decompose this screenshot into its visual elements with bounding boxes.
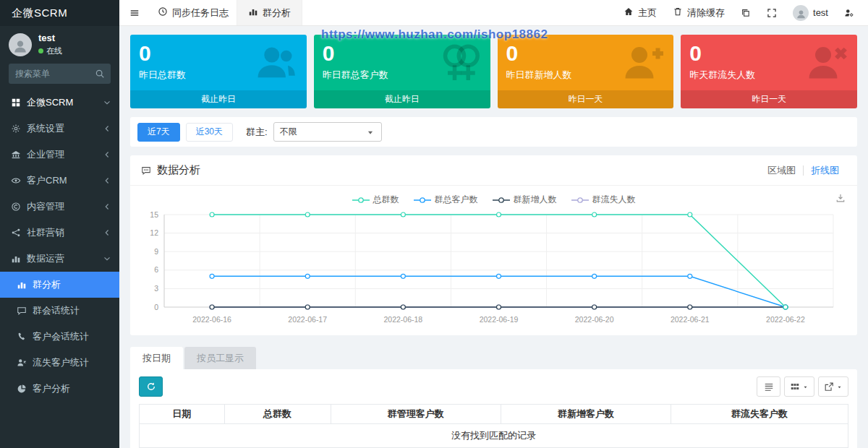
online-dot-icon — [38, 48, 43, 53]
sidebar-item-8[interactable]: 群会话统计 — [0, 298, 119, 324]
sidebar-item-label: 客户CRM — [27, 174, 96, 187]
home-label: 主页 — [638, 7, 657, 20]
home-link[interactable]: 主页 — [616, 0, 665, 25]
search-input[interactable] — [9, 64, 89, 84]
sidebar-item-label: 社群营销 — [27, 226, 96, 239]
stat-card-3: 0昨天群流失人数昨日一天 — [681, 35, 857, 108]
sync-log-label: 同步任务日志 — [172, 7, 229, 20]
stat-footer: 昨日一天 — [498, 90, 674, 108]
app-root: 企微SCRM test 在线 企微SCRM系统设置企业管理客户CRM内容管理社群… — [0, 0, 868, 448]
line-chart-canvas: 036912152022-06-162022-06-172022-06-1820… — [141, 207, 846, 329]
chart-mode-switch: 区域图 折线图 — [760, 164, 846, 177]
stat-footer: 昨日一天 — [681, 90, 857, 108]
stat-footer: 截止昨日 — [314, 90, 490, 108]
legend-label: 总群数 — [373, 194, 399, 206]
trash-icon — [673, 7, 683, 19]
sidebar-item-label: 群分析 — [33, 278, 112, 291]
range-30d-button[interactable]: 近30天 — [186, 123, 233, 142]
copyright-icon — [10, 202, 21, 212]
analysis-panel-header: 数据分析 区域图 折线图 — [130, 155, 857, 186]
chevron-left-icon — [102, 202, 112, 212]
analysis-panel: 数据分析 区域图 折线图 总群数群总客户数群新增人数群流失人数 03691215… — [130, 155, 857, 335]
chevron-left-icon — [102, 176, 112, 186]
svg-text:2022-06-17: 2022-06-17 — [288, 315, 327, 324]
svg-text:9: 9 — [154, 247, 158, 256]
tab-by-staff[interactable]: 按员工显示 — [184, 347, 256, 369]
comment-icon — [16, 306, 27, 316]
sidebar-item-1[interactable]: 系统设置 — [0, 116, 119, 142]
sidebar-item-0[interactable]: 企微SCRM — [0, 90, 119, 116]
svg-text:2022-06-20: 2022-06-20 — [575, 315, 614, 324]
legend-item-1[interactable]: 群总客户数 — [414, 194, 478, 206]
column-header-0: 日期 — [140, 405, 225, 424]
users-icon — [255, 40, 298, 86]
sidebar-item-label: 客户分析 — [33, 382, 112, 395]
area-chart-mode-button[interactable]: 区域图 — [760, 164, 803, 177]
svg-text:6: 6 — [154, 265, 158, 274]
line-chart-mode-button[interactable]: 折线图 — [804, 164, 846, 177]
legend-marker-icon — [493, 197, 510, 204]
sidebar-item-label: 数据运营 — [27, 252, 96, 265]
top-navbar: 同步任务日志 群分析 主页 清除缓存 test — [119, 0, 868, 26]
chevron-left-icon — [102, 124, 112, 134]
sidebar-item-2[interactable]: 企业管理 — [0, 142, 119, 168]
empty-message: 没有找到匹配的记录 — [140, 424, 848, 448]
legend-item-2[interactable]: 群新增人数 — [493, 194, 557, 206]
sidebar-toggle-icon[interactable] — [119, 0, 150, 25]
legend-marker-icon — [571, 197, 589, 204]
sidebar-item-4[interactable]: 内容管理 — [0, 194, 119, 220]
legend-item-3[interactable]: 群流失人数 — [571, 194, 636, 206]
svg-text:12: 12 — [150, 228, 158, 237]
brand-title: 企微SCRM — [0, 0, 119, 26]
gear-icon — [10, 124, 21, 134]
chevron-down-icon — [102, 254, 112, 264]
clear-cache-link[interactable]: 清除缓存 — [665, 0, 733, 25]
search-icon[interactable] — [89, 64, 111, 84]
legend-label: 群总客户数 — [435, 194, 478, 206]
sidebar-item-7[interactable]: 群分析 — [0, 272, 119, 298]
owner-select[interactable]: 不限 — [273, 122, 382, 142]
records-table: 日期总群数群管理客户数群新增客户数群流失客户数 没有找到匹配的记录 — [139, 404, 848, 448]
pie-icon — [16, 384, 27, 394]
clear-cache-label: 清除缓存 — [687, 7, 725, 20]
sidebar-item-5[interactable]: 社群营销 — [0, 220, 119, 246]
column-header-1: 总群数 — [224, 405, 331, 424]
tab-by-date[interactable]: 按日期 — [130, 347, 183, 369]
toggle-view-button[interactable] — [757, 376, 780, 397]
share-icon — [10, 228, 21, 238]
sidebar-item-11[interactable]: 客户分析 — [0, 376, 119, 402]
profile-link[interactable]: test — [785, 0, 836, 25]
admin-settings-icon[interactable] — [836, 0, 862, 25]
records-tabs: 按日期 按员工显示 — [130, 347, 857, 369]
sidebar-item-10[interactable]: 流失客户统计 — [0, 350, 119, 376]
grid-icon — [10, 98, 21, 108]
export-button[interactable] — [818, 376, 848, 397]
bar-chart-icon — [248, 7, 258, 19]
window-restore-icon[interactable] — [733, 0, 759, 25]
home-icon — [624, 7, 634, 19]
chevron-left-icon — [102, 228, 112, 238]
user-x-icon — [16, 358, 27, 368]
tab-group-analysis[interactable]: 群分析 — [237, 0, 302, 25]
refresh-button[interactable] — [139, 376, 163, 397]
range-7d-button[interactable]: 近7天 — [137, 123, 180, 142]
phone-icon — [16, 332, 27, 342]
fullscreen-icon[interactable] — [759, 0, 785, 25]
columns-button[interactable] — [784, 376, 814, 397]
sidebar-item-9[interactable]: 客户会话统计 — [0, 324, 119, 350]
sidebar-item-label: 系统设置 — [27, 122, 96, 135]
legend-marker-icon — [414, 197, 431, 204]
legend-item-0[interactable]: 总群数 — [352, 194, 399, 206]
user-plus-icon — [621, 40, 665, 86]
sidebar: 企微SCRM test 在线 企微SCRM系统设置企业管理客户CRM内容管理社群… — [0, 0, 119, 448]
sidebar-item-label: 企微SCRM — [27, 96, 96, 109]
navbar-username: test — [813, 7, 828, 18]
sync-log-link[interactable]: 同步任务日志 — [150, 0, 237, 25]
download-icon[interactable] — [835, 193, 846, 205]
user-name: test — [38, 33, 62, 43]
sidebar-item-3[interactable]: 客户CRM — [0, 168, 119, 194]
sidebar-item-label: 内容管理 — [27, 200, 96, 213]
sidebar-item-6[interactable]: 数据运营 — [0, 246, 119, 272]
svg-text:15: 15 — [150, 210, 158, 219]
legend-label: 群新增人数 — [514, 194, 557, 206]
